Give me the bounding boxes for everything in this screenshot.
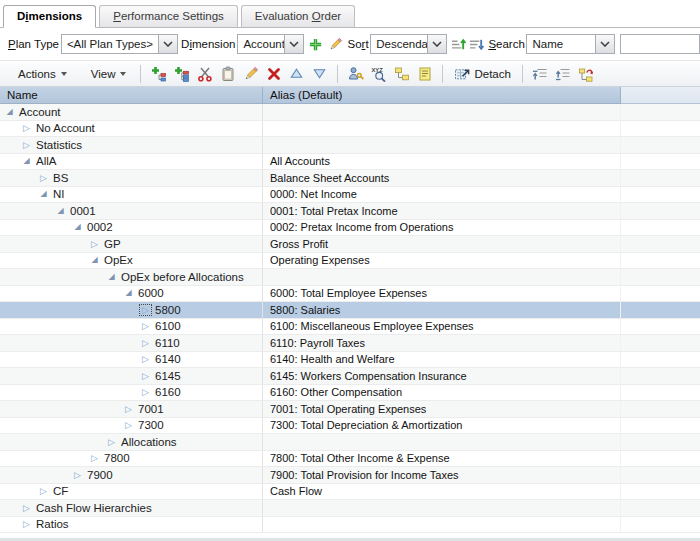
sort-label: Sort (348, 38, 369, 50)
expand-arrow[interactable]: ▷ (89, 453, 100, 463)
tab-dimensions[interactable]: Dimensions (3, 5, 96, 28)
member-alias: 6000: Total Employee Expenses (263, 286, 621, 303)
sort-select[interactable]: Descendants (370, 34, 447, 54)
collapse-below-button[interactable] (529, 63, 552, 84)
tree-cell-name: ▷ 6100 (0, 319, 263, 336)
sort-ascending-button[interactable] (449, 35, 467, 53)
member-name: 6140 (155, 353, 181, 365)
member-name: 6000 (138, 287, 164, 299)
show-usage-button[interactable]: XYZ (367, 63, 390, 84)
tree-row[interactable]: ▷ 6145 6145: Workers Compensation Insura… (0, 368, 700, 385)
expand-arrow[interactable]: ▷ (38, 486, 49, 496)
expand-arrow[interactable]: ◢ (123, 288, 134, 298)
tree-row[interactable]: ▷ 7800 7800: Total Other Income & Expens… (0, 451, 700, 468)
chevron-down-icon[interactable] (427, 34, 447, 54)
expand-arrow[interactable]: ▷ (140, 338, 151, 348)
tree-row[interactable]: ▷ No Account (0, 121, 700, 138)
paste-button[interactable] (216, 63, 239, 84)
add-child-button[interactable] (147, 63, 170, 84)
tree-row[interactable]: ◢ OpEx Operating Expenses (0, 253, 700, 270)
expand-arrow[interactable]: ◢ (38, 189, 49, 199)
cut-button[interactable] (193, 63, 216, 84)
move-down-button[interactable] (308, 63, 331, 84)
expand-arrow[interactable]: ▷ (72, 470, 83, 480)
tree-row[interactable]: ◢ Account (0, 104, 700, 121)
tree-row[interactable]: ◢ AllA All Accounts (0, 154, 700, 171)
search-by-select[interactable]: Name (526, 34, 615, 54)
column-header-name[interactable]: Name (0, 87, 263, 104)
expand-arrow[interactable]: ◢ (106, 272, 117, 282)
expand-arrow[interactable]: ◢ (4, 107, 15, 117)
tree-row[interactable]: ◢ 0002 0002: Pretax Income from Operatio… (0, 220, 700, 237)
assign-access-button[interactable] (344, 63, 367, 84)
expand-arrow[interactable]: ▷ (38, 173, 49, 183)
tree-row[interactable]: ▷ BS Balance Sheet Accounts (0, 170, 700, 187)
add-sibling-button[interactable] (170, 63, 193, 84)
tree-row[interactable]: ▷ GP Gross Profit (0, 236, 700, 253)
tree-row[interactable]: ◢ OpEx before Allocations (0, 269, 700, 286)
tree-cell-name: ◢ NI (0, 187, 263, 204)
tree-row[interactable]: ▷ 7001 7001: Total Operating Expenses (0, 401, 700, 418)
edit-member-button[interactable] (239, 63, 262, 84)
view-menu-button[interactable]: View (83, 65, 135, 83)
add-dimension-button[interactable] (307, 35, 325, 53)
tree-row[interactable]: ▷ 7900 7900: Total Provision for Income … (0, 467, 700, 484)
expand-arrow[interactable]: ▷ (21, 519, 32, 529)
chevron-down-icon[interactable] (595, 34, 615, 54)
member-properties-button[interactable] (413, 63, 436, 84)
tree-row[interactable]: ▷ 6160 6160: Other Compensation (0, 385, 700, 402)
dimension-select[interactable]: Account (237, 34, 304, 54)
tree-row[interactable]: ▷ Cash Flow Hierarchies (0, 500, 700, 517)
tree-row[interactable]: ▷ CF Cash Flow (0, 484, 700, 501)
expand-below-button[interactable] (552, 63, 575, 84)
tree-row[interactable]: ◢ 6000 6000: Total Employee Expenses (0, 286, 700, 303)
person-key-icon (348, 66, 364, 82)
tree-row[interactable]: ▷ Allocations (0, 434, 700, 451)
column-header-alias[interactable]: Alias (Default) (263, 87, 621, 104)
plan-type-select[interactable]: <All Plan Types> (61, 34, 178, 54)
chevron-down-icon[interactable] (158, 34, 178, 54)
expand-arrow[interactable]: ◢ (72, 222, 83, 232)
view-in-hierarchy-button[interactable] (390, 63, 413, 84)
expand-arrow[interactable]: ◢ (89, 255, 100, 265)
expand-arrow[interactable]: ▷ (89, 239, 100, 249)
move-up-button[interactable] (285, 63, 308, 84)
chevron-down-icon[interactable] (284, 34, 304, 54)
tree-row[interactable]: ▷ Ratios (0, 517, 700, 534)
tree-row[interactable]: ▷ Statistics (0, 137, 700, 154)
expand-arrow[interactable]: ▷ (21, 123, 32, 133)
row-stub (621, 451, 700, 468)
expand-arrow[interactable]: ◢ (21, 156, 32, 166)
expand-arrow[interactable]: ▷ (123, 404, 134, 414)
expand-arrow[interactable]: ▷ (140, 305, 151, 315)
tree-row[interactable]: ▷ 6100 6100: Miscellaneous Employee Expe… (0, 319, 700, 336)
expand-arrow[interactable]: ▷ (21, 503, 32, 513)
expand-arrow[interactable]: ▷ (123, 420, 134, 430)
tree-row[interactable]: ▷ 5800 5800: Salaries (0, 302, 700, 319)
expand-arrow[interactable]: ▷ (140, 371, 151, 381)
tab-performance-settings[interactable]: Performance Settings (99, 5, 238, 28)
row-stub (621, 335, 700, 352)
tree-cell-name: ◢ 0002 (0, 220, 263, 237)
delete-button[interactable] (262, 63, 285, 84)
member-name: 7900 (87, 469, 113, 481)
expand-arrow[interactable]: ▷ (106, 437, 117, 447)
tree-row[interactable]: ▷ 7300 7300: Total Depreciation & Amorti… (0, 418, 700, 435)
sort-descending-button[interactable] (468, 35, 486, 53)
edit-dimension-button[interactable] (326, 35, 344, 53)
actions-menu-button[interactable]: Actions (10, 65, 75, 83)
expand-arrow[interactable]: ▷ (140, 387, 151, 397)
expand-arrow[interactable]: ▷ (140, 321, 151, 331)
expand-arrow[interactable]: ▷ (140, 354, 151, 364)
search-input[interactable] (620, 34, 700, 54)
expand-arrow[interactable]: ◢ (55, 206, 66, 216)
show-ancestors-button[interactable] (575, 63, 598, 84)
tree-row[interactable]: ▷ 6110 6110: Payroll Taxes (0, 335, 700, 352)
tree-row[interactable]: ▷ 6140 6140: Health and Welfare (0, 352, 700, 369)
tab-evaluation-order[interactable]: Evaluation Order (241, 5, 355, 28)
tree-row[interactable]: ◢ 0001 0001: Total Pretax Income (0, 203, 700, 220)
detach-button[interactable]: Detach (449, 63, 515, 84)
tree-row[interactable]: ◢ NI 0000: Net Income (0, 187, 700, 204)
member-name: 0001 (70, 205, 96, 217)
expand-arrow[interactable]: ▷ (21, 140, 32, 150)
